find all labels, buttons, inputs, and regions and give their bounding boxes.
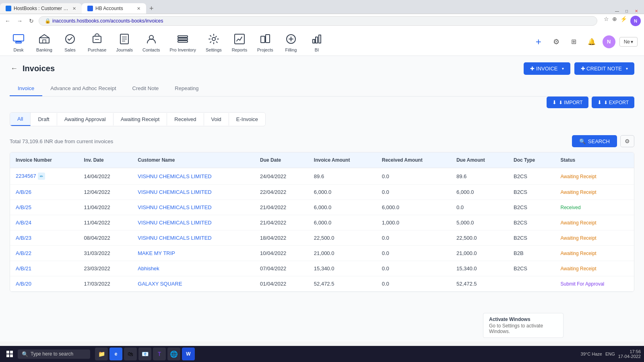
invoice-number-cell-link[interactable]: A/B/26 <box>16 189 31 195</box>
invoice-number-cell[interactable]: A/B/26 <box>10 185 78 200</box>
add-button[interactable]: + <box>532 35 545 49</box>
table-row[interactable]: A/B/2612/04/2022VISHNU CHEMICALS LIMITED… <box>10 185 634 200</box>
status-tab-einvoice[interactable]: E-Invoice <box>229 113 265 125</box>
nav-item-desk[interactable]: Desk <box>6 29 31 55</box>
forward-nav-btn[interactable]: → <box>15 17 24 25</box>
address-input[interactable]: 🔒 inaccounts.hostbooks.com/accounts-book… <box>39 16 597 26</box>
settings-button[interactable]: ⚙ <box>549 35 563 49</box>
invoice-number-cell-link[interactable]: 2234567 <box>16 173 36 179</box>
export-button[interactable]: ⬇ ⬇ EXPORT <box>592 97 634 108</box>
browser-profile-avatar[interactable]: N <box>630 16 641 26</box>
invoice-number-cell-link[interactable]: A/B/25 <box>16 204 31 210</box>
search-button[interactable]: 🔍 SEARCH <box>572 135 617 147</box>
user-avatar[interactable]: N <box>603 35 615 48</box>
new-tab-button[interactable]: + <box>146 4 157 13</box>
notification-icon[interactable]: 🔔 <box>585 35 599 49</box>
tab2-close[interactable]: ✕ <box>137 6 140 11</box>
table-row[interactable]: A/B/2123/03/2022Abhishek07/04/202215,340… <box>10 261 634 276</box>
nav-item-reports[interactable]: Reports <box>227 29 252 55</box>
status-cell: Awaiting Receipt <box>555 168 634 185</box>
back-button[interactable]: ← <box>10 64 19 74</box>
invoice-number-cell[interactable]: A/B/20 <box>10 276 78 292</box>
nav-item-projects[interactable]: Projects <box>253 29 277 55</box>
customer-name-cell-link[interactable]: VISHNU CHEMICALS LIMITED <box>138 235 211 241</box>
doc-type-cell: B2CS <box>508 168 555 185</box>
nav-item-banking[interactable]: Banking <box>32 29 56 55</box>
status-tab-awaiting-receipt[interactable]: Awaiting Receipt <box>114 113 167 125</box>
col-invoice-number: Invoice Number <box>10 152 78 168</box>
invoice-button[interactable]: ✚ INVOICE ▾ <box>524 62 570 75</box>
credit-note-button[interactable]: ✚ CREDIT NOTE ▾ <box>574 62 635 75</box>
customer-name-cell[interactable]: VISHNU CHEMICALS LIMITED <box>132 215 254 230</box>
browser-chrome: HostBooks : Customer Portal ✕ HB Account… <box>0 0 644 28</box>
nav-item-pro-inventory[interactable]: Pro Inventory <box>165 29 200 55</box>
status-tab-received[interactable]: Received <box>167 113 204 125</box>
nav-item-settings[interactable]: Settings <box>202 29 226 55</box>
table-row[interactable]: A/B/2411/04/2022VISHNU CHEMICALS LIMITED… <box>10 215 634 230</box>
tab-advance[interactable]: Advance and Adhoc Receipt <box>42 81 124 96</box>
table-row[interactable]: A/B/2308/04/2022VISHNU CHEMICALS LIMITED… <box>10 230 634 246</box>
edit-icon[interactable]: ✏ <box>38 173 45 180</box>
browser-tab-1[interactable]: HostBooks : Customer Portal ✕ <box>0 3 82 14</box>
bi-label: BI <box>315 47 319 52</box>
customer-name-cell-link[interactable]: MAKE MY TRIP <box>138 250 175 256</box>
bookmark-icon[interactable]: ☆ <box>604 16 609 26</box>
status-tab-draft[interactable]: Draft <box>31 113 57 125</box>
profile-switch-icon[interactable]: ⊕ <box>612 16 617 26</box>
customer-name-cell[interactable]: Abhishek <box>132 261 254 276</box>
customer-name-cell[interactable]: MAKE MY TRIP <box>132 246 254 261</box>
tab-credit-note[interactable]: Credit Note <box>124 81 167 96</box>
table-row[interactable]: A/B/2511/04/2022VISHNU CHEMICALS LIMITED… <box>10 200 634 215</box>
status-tab-void[interactable]: Void <box>204 113 229 125</box>
ne-dropdown[interactable]: Ne ▾ <box>619 37 638 47</box>
extensions-icon[interactable]: ⚡ <box>620 16 627 26</box>
invoice-number-cell-link[interactable]: A/B/22 <box>16 250 31 256</box>
invoice-number-cell[interactable]: A/B/21 <box>10 261 78 276</box>
nav-item-bi[interactable]: BI <box>305 29 329 55</box>
invoice-number-cell[interactable]: 2234567✏ <box>10 168 78 185</box>
invoice-number-cell-link[interactable]: A/B/21 <box>16 265 31 272</box>
tab-repeating[interactable]: Repeating <box>167 81 206 96</box>
back-nav-btn[interactable]: ← <box>3 17 12 25</box>
customer-name-cell-link[interactable]: VISHNU CHEMICALS LIMITED <box>138 204 211 210</box>
invoice-number-cell[interactable]: A/B/25 <box>10 200 78 215</box>
customer-name-cell[interactable]: GALAXY SQUARE <box>132 276 254 292</box>
invoice-number-cell-link[interactable]: A/B/24 <box>16 220 31 226</box>
filter-button[interactable]: ⚙ <box>620 135 634 147</box>
close-btn[interactable]: ✕ <box>634 8 639 14</box>
customer-name-cell-link[interactable]: VISHNU CHEMICALS LIMITED <box>138 220 211 226</box>
minimize-btn[interactable]: — <box>614 8 620 14</box>
customer-name-cell[interactable]: VISHNU CHEMICALS LIMITED <box>132 200 254 215</box>
table-row[interactable]: A/B/2231/03/2022MAKE MY TRIP10/04/202221… <box>10 246 634 261</box>
tab1-close[interactable]: ✕ <box>72 6 76 11</box>
customer-name-cell-link[interactable]: GALAXY SQUARE <box>138 281 182 287</box>
reload-btn[interactable]: ↻ <box>27 17 35 25</box>
grid-icon[interactable]: ⊞ <box>567 35 581 49</box>
svg-point-16 <box>212 37 215 41</box>
status-tab-awaiting-approval[interactable]: Awaiting Approval <box>57 113 114 125</box>
maximize-btn[interactable]: □ <box>624 8 630 14</box>
invoice-number-cell-link[interactable]: A/B/20 <box>16 281 31 287</box>
customer-name-cell[interactable]: VISHNU CHEMICALS LIMITED <box>132 230 254 246</box>
nav-item-contacts[interactable]: Contacts <box>138 29 164 55</box>
invoice-number-cell[interactable]: A/B/23 <box>10 230 78 246</box>
doc-type-cell: B2CS <box>508 261 555 276</box>
import-button[interactable]: ⬇ ⬇ IMPORT <box>547 97 588 108</box>
table-row[interactable]: 2234567✏14/04/2022VISHNU CHEMICALS LIMIT… <box>10 168 634 185</box>
customer-name-cell[interactable]: VISHNU CHEMICALS LIMITED <box>132 185 254 200</box>
nav-item-journals[interactable]: Journals <box>112 29 137 55</box>
customer-name-cell-link[interactable]: VISHNU CHEMICALS LIMITED <box>138 173 211 179</box>
nav-item-filling[interactable]: Filling <box>279 29 303 55</box>
status-tab-all[interactable]: All <box>10 113 31 126</box>
nav-item-purchase[interactable]: Purchase <box>84 29 110 55</box>
nav-item-sales[interactable]: Sales <box>58 29 82 55</box>
invoice-number-cell[interactable]: A/B/22 <box>10 246 78 261</box>
browser-tab-2[interactable]: HB Accounts ✕ <box>82 3 146 14</box>
customer-name-cell-link[interactable]: Abhishek <box>138 265 159 272</box>
tab-invoice[interactable]: Invoice <box>10 81 42 96</box>
table-row[interactable]: A/B/2017/03/2022GALAXY SQUARE01/04/20225… <box>10 276 634 292</box>
invoice-number-cell[interactable]: A/B/24 <box>10 215 78 230</box>
customer-name-cell-link[interactable]: VISHNU CHEMICALS LIMITED <box>138 189 211 195</box>
customer-name-cell[interactable]: VISHNU CHEMICALS LIMITED <box>132 168 254 185</box>
invoice-number-cell-link[interactable]: A/B/23 <box>16 235 31 241</box>
